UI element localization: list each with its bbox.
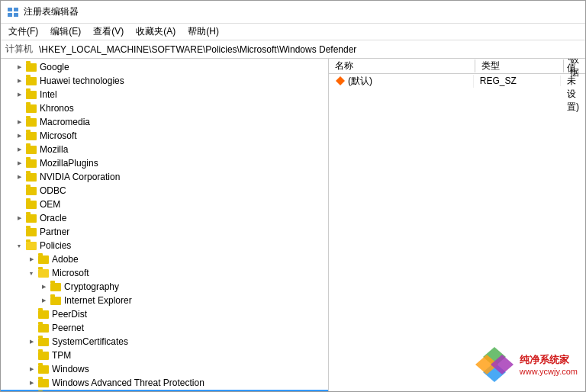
folder-icon-policies bbox=[25, 239, 37, 252]
folder-icon-huawei bbox=[25, 75, 37, 87]
folder-icon-microsoft-top bbox=[25, 130, 37, 142]
tree-label-oracle: Oracle bbox=[40, 213, 66, 223]
tree-item-internet-explorer[interactable]: Internet Explorer bbox=[1, 294, 328, 307]
tree-item-microsoft-top[interactable]: Microsoft bbox=[1, 129, 328, 143]
svg-rect-1 bbox=[14, 8, 18, 11]
tree-item-nvidia[interactable]: NVIDIA Corporation bbox=[1, 170, 328, 184]
tree-label-cryptography: Cryptography bbox=[64, 281, 119, 292]
menu-view[interactable]: 查看(V) bbox=[89, 24, 128, 40]
menu-favorites[interactable]: 收藏夹(A) bbox=[131, 24, 180, 40]
tree-item-intel[interactable]: Intel bbox=[1, 88, 328, 101]
tree-pane[interactable]: Google Huawei technologies Intel Khronos bbox=[1, 59, 329, 391]
expand-icon-mozilla[interactable] bbox=[13, 143, 25, 156]
tree-item-peernet[interactable]: Peernet bbox=[1, 321, 328, 335]
column-name-header: 名称 bbox=[329, 59, 475, 72]
expand-icon-huawei[interactable] bbox=[13, 75, 25, 87]
expand-icon-nvidia[interactable] bbox=[13, 171, 25, 183]
tree-item-mozilla[interactable]: Mozilla bbox=[1, 143, 328, 156]
address-label: 计算机 bbox=[5, 43, 33, 56]
expand-icon-oracle[interactable] bbox=[13, 212, 25, 224]
tree-item-mozillaplugins[interactable]: MozillaPlugins bbox=[1, 156, 328, 170]
folder-icon-khronos bbox=[25, 102, 37, 114]
svg-rect-2 bbox=[8, 13, 12, 17]
tree-label-intel: Intel bbox=[40, 89, 57, 100]
tree-item-microsoft[interactable]: Microsoft bbox=[1, 266, 328, 280]
tree-item-policies[interactable]: Policies bbox=[1, 239, 328, 252]
folder-icon-mozilla bbox=[25, 143, 37, 156]
menu-edit[interactable]: 编辑(E) bbox=[46, 24, 85, 40]
folder-icon-windows-defender bbox=[37, 390, 50, 391]
folder-icon-odbc bbox=[25, 185, 37, 197]
expand-icon-windows-advanced[interactable] bbox=[25, 377, 37, 389]
folder-icon-partner bbox=[25, 226, 37, 238]
tree-item-peerdist[interactable]: PeerDist bbox=[1, 307, 328, 321]
tree-item-adobe[interactable]: Adobe bbox=[1, 252, 328, 266]
tree-label-microsoft-top: Microsoft bbox=[40, 130, 77, 141]
tree-item-windows-defender[interactable]: Windows Defender bbox=[1, 390, 328, 391]
tree-item-oem[interactable]: OEM bbox=[1, 198, 328, 211]
tree-item-windows[interactable]: Windows bbox=[1, 362, 328, 376]
main-content: Google Huawei technologies Intel Khronos bbox=[1, 59, 585, 391]
detail-row-data-default: (数值未设置) bbox=[561, 59, 585, 114]
tree-item-windows-advanced[interactable]: Windows Advanced Threat Protection bbox=[1, 376, 328, 390]
tree-item-huawei[interactable]: Huawei technologies bbox=[1, 74, 328, 88]
tree-item-macromedia[interactable]: Macromedia bbox=[1, 115, 328, 129]
tree-label-windows: Windows bbox=[52, 364, 89, 374]
expand-icon-microsoft[interactable] bbox=[25, 267, 37, 279]
folder-icon-tpm bbox=[37, 349, 50, 361]
menu-help[interactable]: 帮助(H) bbox=[183, 24, 224, 40]
folder-icon-mozillaplugins bbox=[25, 157, 37, 169]
tree-label-macromedia: Macromedia bbox=[40, 117, 90, 127]
expand-icon-internet-explorer[interactable] bbox=[37, 294, 50, 307]
watermark-line2: www.ycwjy.com bbox=[520, 367, 578, 376]
tree-item-oracle[interactable]: Oracle bbox=[1, 211, 328, 225]
tree-label-microsoft: Microsoft bbox=[52, 268, 89, 278]
detail-header: 名称 类型 数据 bbox=[329, 59, 585, 74]
expand-icon-mozillaplugins[interactable] bbox=[13, 157, 25, 169]
tree-item-partner[interactable]: Partner bbox=[1, 225, 328, 239]
expand-icon-windows[interactable] bbox=[25, 363, 37, 375]
expand-icon-adobe[interactable] bbox=[25, 253, 37, 265]
tree-label-tpm: TPM bbox=[52, 350, 71, 361]
window-title: 注册表编辑器 bbox=[24, 5, 79, 18]
folder-icon-nvidia bbox=[25, 171, 37, 183]
tree-label-huawei: Huawei technologies bbox=[40, 76, 124, 86]
expand-icon-intel[interactable] bbox=[13, 88, 25, 101]
svg-rect-0 bbox=[8, 8, 12, 11]
tree-item-odbc[interactable]: ODBC bbox=[1, 184, 328, 198]
tree-label-adobe: Adobe bbox=[52, 254, 79, 265]
address-path: \HKEY_LOCAL_MACHINE\SOFTWARE\Policies\Mi… bbox=[39, 44, 356, 55]
detail-name-value: (默认) bbox=[348, 75, 372, 88]
tree-label-peerdist: PeerDist bbox=[52, 309, 87, 320]
folder-icon-macromedia bbox=[25, 116, 37, 128]
folder-icon-windows-advanced bbox=[37, 377, 50, 389]
tree-label-mozillaplugins: MozillaPlugins bbox=[40, 158, 98, 169]
expand-icon-microsoft-top[interactable] bbox=[13, 130, 25, 142]
tree-label-partner: Partner bbox=[40, 227, 69, 237]
tree-label-internet-explorer: Internet Explorer bbox=[64, 295, 132, 306]
tree-item-systemcertificates[interactable]: SystemCertificates bbox=[1, 335, 328, 349]
expand-icon-cryptography[interactable] bbox=[37, 281, 50, 293]
tree-item-cryptography[interactable]: Cryptography bbox=[1, 280, 328, 294]
folder-icon-windows bbox=[37, 363, 50, 375]
tree-label-policies: Policies bbox=[40, 240, 71, 251]
expand-icon-systemcertificates[interactable] bbox=[25, 336, 37, 348]
detail-row-type-default: REG_SZ bbox=[474, 76, 561, 86]
window-icon bbox=[7, 6, 19, 18]
watermark-logo bbox=[475, 345, 514, 384]
reg-default-icon bbox=[335, 76, 346, 86]
menu-bar: 文件(F) 编辑(E) 查看(V) 收藏夹(A) 帮助(H) bbox=[1, 24, 585, 40]
detail-row-default[interactable]: (默认) REG_SZ (数值未设置) bbox=[329, 74, 585, 88]
tree-item-google[interactable]: Google bbox=[1, 60, 328, 74]
expand-icon-macromedia[interactable] bbox=[13, 116, 25, 128]
expand-icon-policies[interactable] bbox=[13, 239, 25, 252]
menu-file[interactable]: 文件(F) bbox=[4, 24, 43, 40]
watermark-line1: 纯净系统家 bbox=[520, 353, 569, 367]
expand-icon-windows-defender[interactable] bbox=[25, 390, 37, 391]
svg-rect-3 bbox=[14, 13, 18, 17]
expand-icon-google[interactable] bbox=[13, 61, 25, 73]
tree-item-khronos[interactable]: Khronos bbox=[1, 101, 328, 115]
tree-label-nvidia: NVIDIA Corporation bbox=[40, 172, 120, 182]
tree-item-tpm[interactable]: TPM bbox=[1, 349, 328, 362]
tree-label-peernet: Peernet bbox=[52, 323, 84, 333]
